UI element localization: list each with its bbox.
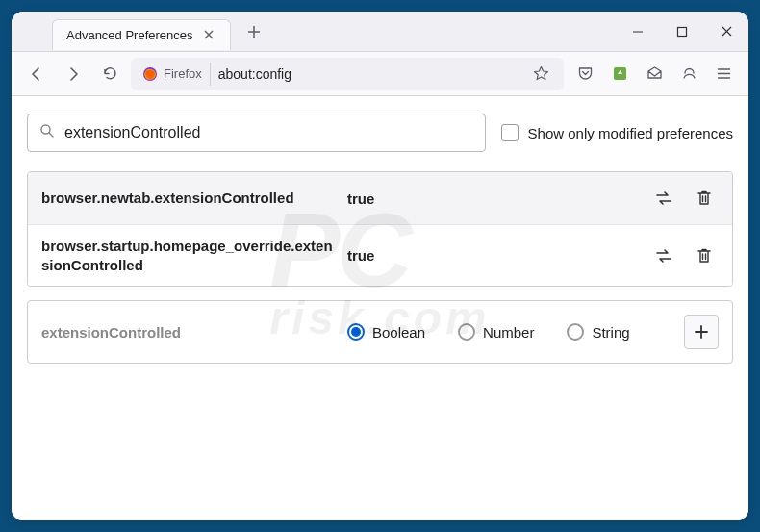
window-controls	[616, 12, 748, 52]
pref-value: true	[340, 247, 649, 264]
show-modified-checkbox[interactable]: Show only modified preferences	[501, 124, 733, 141]
radio-boolean[interactable]: Boolean	[347, 323, 425, 341]
identity-label: Firefox	[164, 66, 202, 81]
browser-window: Advanced Preferences Firefox	[12, 12, 748, 520]
svg-rect-0	[678, 27, 687, 36]
reload-button[interactable]	[94, 59, 125, 89]
url-input[interactable]	[218, 66, 518, 82]
type-radio-group: Boolean Number String	[340, 323, 684, 341]
toolbar-right-icons	[570, 59, 739, 89]
radio-number[interactable]: Number	[458, 323, 534, 341]
radio-string[interactable]: String	[567, 323, 629, 341]
bookmark-star-icon[interactable]	[525, 59, 556, 89]
firefox-icon	[142, 66, 158, 82]
pref-actions	[649, 184, 719, 213]
minimize-button[interactable]	[616, 12, 660, 52]
search-icon	[39, 123, 55, 142]
close-tab-icon[interactable]	[201, 27, 216, 42]
pref-actions	[649, 241, 719, 270]
pref-table: browser.newtab.extensionControlled true …	[27, 171, 733, 287]
toggle-button[interactable]	[649, 241, 678, 270]
profile-icon[interactable]	[673, 59, 704, 89]
pref-search-box[interactable]	[27, 114, 486, 152]
browser-tab[interactable]: Advanced Preferences	[52, 19, 231, 50]
pref-name: browser.newtab.extensionControlled	[41, 189, 340, 208]
radio-label: Number	[483, 324, 534, 341]
extension-icon[interactable]	[604, 59, 635, 89]
pref-value: true	[340, 190, 649, 207]
radio-label: String	[592, 324, 629, 341]
pref-search-input[interactable]	[64, 124, 473, 141]
delete-button[interactable]	[690, 184, 719, 213]
new-tab-button[interactable]	[241, 18, 267, 45]
maximize-button[interactable]	[660, 12, 704, 52]
new-pref-row: extensionControlled Boolean Number Strin…	[27, 300, 733, 364]
toggle-button[interactable]	[649, 184, 678, 213]
about-config-content: Show only modified preferences browser.n…	[12, 96, 748, 520]
nav-toolbar: Firefox	[12, 52, 748, 96]
tab-title: Advanced Preferences	[66, 28, 193, 42]
checkbox-label: Show only modified preferences	[528, 125, 733, 141]
pref-name: browser.startup.homepage_override.extens…	[41, 237, 340, 274]
site-identity[interactable]: Firefox	[139, 63, 211, 86]
search-row: Show only modified preferences	[27, 114, 733, 152]
pref-row: browser.startup.homepage_override.extens…	[28, 225, 732, 286]
new-pref-name: extensionControlled	[41, 324, 340, 341]
titlebar: Advanced Preferences	[12, 12, 748, 52]
radio-icon	[458, 323, 475, 341]
back-button[interactable]	[21, 59, 52, 89]
pocket-icon[interactable]	[570, 59, 600, 89]
menu-button[interactable]	[708, 59, 739, 89]
add-pref-button[interactable]	[684, 315, 719, 349]
radio-label: Boolean	[372, 324, 425, 341]
pref-row: browser.newtab.extensionControlled true	[28, 172, 732, 225]
url-bar[interactable]: Firefox	[131, 58, 564, 90]
radio-icon	[567, 323, 584, 341]
checkbox-icon	[501, 124, 519, 141]
close-window-button[interactable]	[704, 12, 748, 52]
forward-button[interactable]	[58, 59, 89, 89]
radio-icon	[347, 323, 365, 341]
delete-button[interactable]	[690, 241, 719, 270]
inbox-icon[interactable]	[639, 59, 670, 89]
